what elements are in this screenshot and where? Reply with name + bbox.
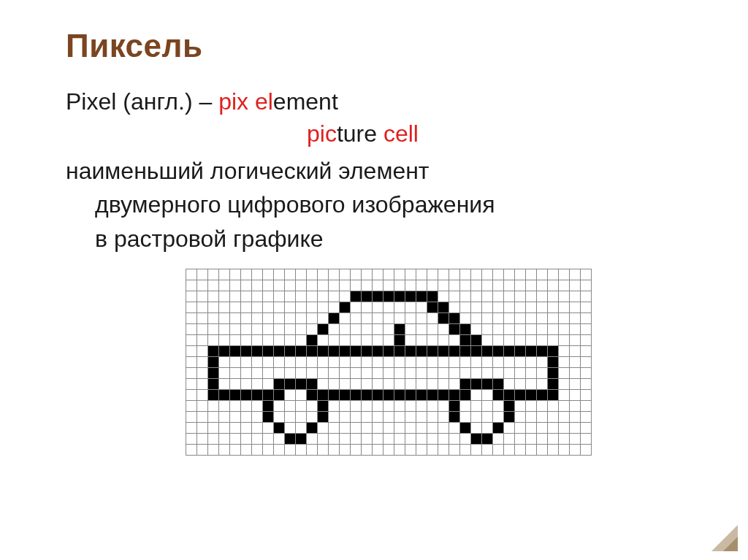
pixel-cell <box>252 400 263 411</box>
pixel-cell <box>296 433 307 444</box>
pixel-cell <box>252 389 263 400</box>
pixel-cell <box>208 400 219 411</box>
pixel-cell <box>471 367 482 378</box>
pixel-cell <box>471 400 482 411</box>
pixel-cell <box>581 444 592 455</box>
pixel-cell <box>197 302 208 312</box>
pixel-cell <box>427 411 438 422</box>
cell-highlight: cell <box>383 120 419 147</box>
pixel-cell <box>416 400 427 411</box>
pixel-cell <box>230 323 241 334</box>
pixel-cell <box>383 323 394 334</box>
pixel-cell <box>351 323 362 334</box>
pixel-cell <box>329 411 340 422</box>
pixel-cell <box>362 269 373 280</box>
pixel-cell <box>416 302 427 312</box>
pixel-cell <box>329 433 340 444</box>
pixel-cell <box>252 269 263 280</box>
pixel-cell <box>515 378 526 389</box>
pixel-cell <box>351 269 362 280</box>
pixel-cell <box>394 378 405 389</box>
pixel-cell <box>570 269 581 280</box>
pixel-cell <box>394 367 405 378</box>
pixel-cell <box>263 400 274 411</box>
pixel-cell <box>383 302 394 312</box>
pixel-cell <box>482 334 493 345</box>
pixel-cell <box>482 291 493 302</box>
pixel-cell <box>559 323 570 334</box>
pixel-cell <box>307 323 318 334</box>
pixel-cell <box>526 302 537 312</box>
pixel-cell <box>460 411 471 422</box>
pixel-cell <box>230 280 241 291</box>
pixel-cell <box>449 367 460 378</box>
pixel-cell <box>548 345 559 356</box>
pixel-cell <box>197 411 208 422</box>
pixel-cell <box>526 422 537 433</box>
pixel-cell <box>394 422 405 433</box>
pixel-cell <box>515 389 526 400</box>
pixel-cell <box>340 400 351 411</box>
pixel-cell <box>537 433 548 444</box>
pixel-cell <box>493 356 504 367</box>
pixel-cell <box>405 378 416 389</box>
pixel-cell <box>241 323 252 334</box>
pixel-cell <box>504 280 515 291</box>
pixel-cell <box>570 422 581 433</box>
pixel-cell <box>219 400 230 411</box>
pixel-cell <box>427 323 438 334</box>
pixel-cell <box>405 389 416 400</box>
pixel-cell <box>373 312 383 323</box>
pixel-cell <box>504 444 515 455</box>
pixel-cell <box>230 334 241 345</box>
pixel-cell <box>427 367 438 378</box>
pixel-cell <box>252 323 263 334</box>
pixel-cell <box>274 411 285 422</box>
pixel-cell <box>570 389 581 400</box>
pixel-cell <box>230 367 241 378</box>
pixel-cell <box>449 312 460 323</box>
pixel-cell <box>351 378 362 389</box>
pixel-cell <box>570 378 581 389</box>
pixel-cell <box>416 444 427 455</box>
pixel-cell <box>548 433 559 444</box>
pixel-cell <box>318 389 329 400</box>
pixel-cell <box>362 323 373 334</box>
pixel-cell <box>274 444 285 455</box>
pixel-cell <box>449 323 460 334</box>
pixel-cell <box>504 323 515 334</box>
etymology-line-1: Pixel (англ.) – pix element <box>66 85 711 118</box>
pixel-cell <box>515 269 526 280</box>
pixel-cell <box>504 291 515 302</box>
pixel-cell <box>559 411 570 422</box>
pixel-cell <box>318 280 329 291</box>
pixel-cell <box>581 367 592 378</box>
pixel-cell <box>263 302 274 312</box>
pixel-cell <box>526 433 537 444</box>
pixel-cell <box>329 400 340 411</box>
pixel-cell <box>362 334 373 345</box>
pixel-cell <box>285 378 296 389</box>
pixel-cell <box>263 367 274 378</box>
pixel-cell <box>285 356 296 367</box>
pixel-cell <box>515 302 526 312</box>
pixel-cell <box>296 422 307 433</box>
pixel-cell <box>493 367 504 378</box>
pixel-cell <box>570 444 581 455</box>
pixel-cell <box>241 312 252 323</box>
pixel-cell <box>362 378 373 389</box>
pixel-cell <box>493 411 504 422</box>
pixel-cell <box>504 367 515 378</box>
pixel-cell <box>460 356 471 367</box>
pixel-cell <box>285 345 296 356</box>
pixel-cell <box>559 312 570 323</box>
pixel-cell <box>537 334 548 345</box>
pixel-cell <box>449 389 460 400</box>
pixel-cell <box>329 291 340 302</box>
pixel-cell <box>318 345 329 356</box>
pixel-cell <box>460 345 471 356</box>
pixel-cell <box>570 302 581 312</box>
pixel-cell <box>504 334 515 345</box>
pixel-cell <box>329 444 340 455</box>
pixel-cell <box>186 411 197 422</box>
